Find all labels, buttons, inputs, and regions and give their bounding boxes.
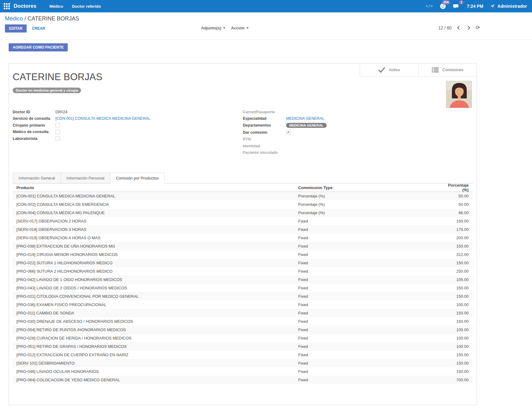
developer-mode-icon[interactable]: </> — [426, 4, 433, 9]
table-row[interactable]: [SERV-018] OBSERVACION 3 HORASFixed175.0… — [13, 225, 473, 234]
table-row[interactable]: [SERV-102] DESBRIDAMIENTOFixed150.00 — [13, 359, 473, 367]
user-menu[interactable]: Administrador — [490, 4, 527, 9]
table-row[interactable]: [SERV-017] OBSERVACION 2 HORASFixed150.0… — [13, 217, 473, 225]
table-row[interactable]: [PRO-030] DRENAJE DE ABSCESO / HONORARIO… — [13, 317, 473, 326]
col-commission-type[interactable]: Commission Type — [298, 185, 442, 190]
check-icon — [378, 67, 385, 73]
breadcrumb-current: CATERINE BORJAS — [28, 15, 79, 22]
cell-producto: [SERV-017] OBSERVACION 2 HORAS — [13, 219, 298, 223]
field-paciente-vinculado: Paciente vinculado — [243, 149, 473, 156]
table-row[interactable]: [PRO-011] CAMBIO DE SONDAFixed150.00 — [13, 309, 473, 317]
pager-previous-icon[interactable] — [457, 26, 461, 30]
table-row[interactable]: [PRO-051] RETIRO DE GRAPAS / HONORARIOS … — [13, 342, 473, 351]
dar-comision-checkbox[interactable] — [286, 130, 291, 135]
pager-count: 12 / 80 — [438, 25, 452, 30]
record-tag: Doctor en medicina general y cirugia — [13, 88, 81, 93]
table-row[interactable]: [PRO-022] SUTURA 1 HILO/HONORARIOS MEDIC… — [13, 259, 473, 267]
laboratorista-checkbox[interactable] — [55, 136, 60, 141]
tab-comision-por-productos[interactable]: Comisión por Productos — [110, 173, 165, 183]
table-row[interactable]: [PRO-046] LAVADO OCULAR HONORARIOSFixed1… — [13, 367, 473, 376]
departamentos-tag[interactable]: MEDICINA GENERAL — [286, 123, 327, 128]
cell-producto: [PRO-011] CAMBIO DE SONDA — [13, 311, 298, 315]
cell-commission-type: Fixed — [298, 244, 442, 249]
commissions-stat-button[interactable]: Comisiones — [418, 63, 477, 76]
create-button[interactable]: CREAR — [32, 26, 45, 31]
user-name: Administrador — [497, 4, 527, 9]
breadcrumb-parent[interactable]: Médico — [5, 15, 23, 22]
table-row[interactable]: [PRO-042] LAVADO DE 1 OIDO HONORARIOS ME… — [13, 275, 473, 284]
stat-buttons: Activo Comisiones — [360, 63, 477, 76]
cell-commission-type: Fixed — [298, 336, 442, 340]
table-row[interactable]: [PRO-043] LAVADO DE 2 OIDOS / HONORARIOS… — [13, 284, 473, 292]
table-row[interactable]: [PRO-012] EXTRACCION DE CUERPO EXTRAÑO E… — [13, 351, 473, 359]
refresh-icon[interactable]: ⟳ — [476, 25, 480, 30]
col-porcentaje[interactable]: Porcentaje (%) — [442, 183, 473, 192]
top-navbar: Doctores Médico Doctor referido </> 204 … — [0, 0, 532, 12]
cell-porcentaje: 100.00 — [442, 344, 473, 349]
table-row[interactable]: [PRO-038] EXTRACCION DE UÑA HONORARIOS M… — [13, 242, 473, 250]
cell-commission-type: Fixed — [298, 261, 442, 265]
active-stat-button[interactable]: Activo — [360, 63, 418, 76]
cirujano-primario-checkbox[interactable] — [55, 123, 60, 128]
servicio-consulta-link[interactable]: [CON-001] CONSULTA MEDICA MEDICINA GENER… — [55, 116, 150, 121]
cell-producto: [CON-001] CONSULTA MEDICA MEDICINA GENER… — [13, 194, 298, 198]
attachments-dropdown[interactable]: Adjunto(s) — [201, 26, 225, 30]
table-row[interactable]: [SERV-019] OBSERVACION 4 HORAS O MASFixe… — [13, 234, 473, 242]
medico-consulta-checkbox[interactable] — [55, 130, 60, 134]
cell-commission-type: Fixed — [298, 327, 442, 332]
especialidad-link[interactable]: MEDICINA GENERAL — [286, 116, 324, 121]
cell-porcentaje: 200.00 — [442, 236, 473, 240]
cell-porcentaje: 150.00 — [442, 261, 473, 265]
user-avatar-icon — [490, 4, 495, 9]
messages-icon[interactable]: 1 — [453, 3, 460, 10]
activities-icon[interactable]: 204 — [440, 3, 446, 10]
table-row[interactable]: [CON-004] CONSULTA MEDICA MG PALENQUEPor… — [13, 209, 473, 217]
cell-commission-type: Fixed — [298, 227, 442, 232]
clock[interactable]: 7:24 PM — [467, 4, 483, 9]
add-as-patient-button[interactable]: AGREGAR COMO PACIENTE — [9, 43, 68, 51]
pager-next-icon[interactable] — [466, 26, 470, 30]
cell-producto: [SERV-019] OBSERVACION 4 HORAS O MAS — [13, 236, 298, 240]
table-row[interactable]: [PRO-021] CITOLOGIA CONVENCIONAL POR MED… — [13, 292, 473, 301]
table-row[interactable]: [PRO-064] COLOCACION DE YESO MEDICO GENE… — [13, 376, 473, 384]
cell-producto: [PRO-021] CITOLOGIA CONVENCIONAL POR MED… — [13, 294, 298, 299]
table-row[interactable]: [PRO-036] EXAMEN FISICO PREOCUPACIONALFi… — [13, 301, 473, 309]
cell-commission-type: Fixed — [298, 302, 442, 307]
table-row[interactable]: [PRO-054] RETIRO DE PUNTOS /HONORARIOS M… — [13, 326, 473, 334]
cell-commission-type: Fixed — [298, 361, 442, 366]
apps-grid-icon[interactable] — [4, 3, 10, 9]
cell-commission-type: Fixed — [298, 277, 442, 282]
app-title[interactable]: Doctores — [14, 3, 36, 9]
tab-informacion-personal[interactable]: Información Personal — [61, 173, 110, 183]
cell-porcentaje: 250.00 — [442, 269, 473, 274]
cell-commission-type: Fixed — [298, 294, 442, 299]
field-groups: Doctor ID DR024 Servicio de consulta [CO… — [13, 109, 473, 156]
table-row[interactable]: [PRO-066] SUTURA 2 HILO/HONORARIOS MEDIC… — [13, 267, 473, 275]
cell-producto: [PRO-022] SUTURA 1 HILO/HONORARIOS MEDIC… — [13, 261, 298, 265]
chevron-down-icon — [223, 27, 225, 29]
menu-doctor-referido[interactable]: Doctor referido — [72, 4, 101, 9]
cell-porcentaje: 700.00 — [442, 378, 473, 382]
chevron-down-icon — [246, 27, 249, 29]
tab-informacion-general[interactable]: Información General — [13, 173, 61, 183]
col-producto[interactable]: Producto — [13, 185, 298, 190]
doctor-photo[interactable] — [446, 81, 472, 108]
cell-producto: [PRO-036] EXAMEN FISICO PREOCUPACIONAL — [13, 302, 298, 307]
cell-porcentaje: 100.00 — [442, 327, 473, 332]
form-sheet: Activo Comisiones CATERINE BORJAS — [9, 63, 477, 405]
commission-table: Producto Commission Type Porcentaje (%) … — [13, 184, 473, 384]
table-row[interactable]: [PRO-028] CURACION DE HERIDA / HONORARIO… — [13, 334, 473, 342]
table-row[interactable]: [PRO-019] CIRUGIA MENOR HONORARIOS MEDIC… — [13, 250, 473, 259]
table-row[interactable]: [CON-002] CONSULTA MEDICA DE EMERGENCIAP… — [13, 200, 473, 209]
cell-producto: [PRO-019] CIRUGIA MENOR HONORARIOS MEDIC… — [13, 252, 298, 257]
list-icon — [432, 67, 439, 73]
breadcrumb-separator: / — [24, 15, 28, 22]
table-row[interactable]: [CON-001] CONSULTA MEDICA MEDICINA GENER… — [13, 192, 473, 200]
cell-producto: [PRO-046] LAVADO OCULAR HONORARIOS — [13, 369, 298, 374]
action-dropdown[interactable]: Acción — [231, 26, 249, 30]
menu-medico[interactable]: Médico — [49, 4, 63, 9]
cell-porcentaje: 100.00 — [442, 336, 473, 340]
cell-porcentaje: 50.00 — [442, 194, 473, 198]
cell-porcentaje: 150.00 — [442, 219, 473, 223]
edit-button[interactable]: EDITAR — [5, 24, 27, 32]
